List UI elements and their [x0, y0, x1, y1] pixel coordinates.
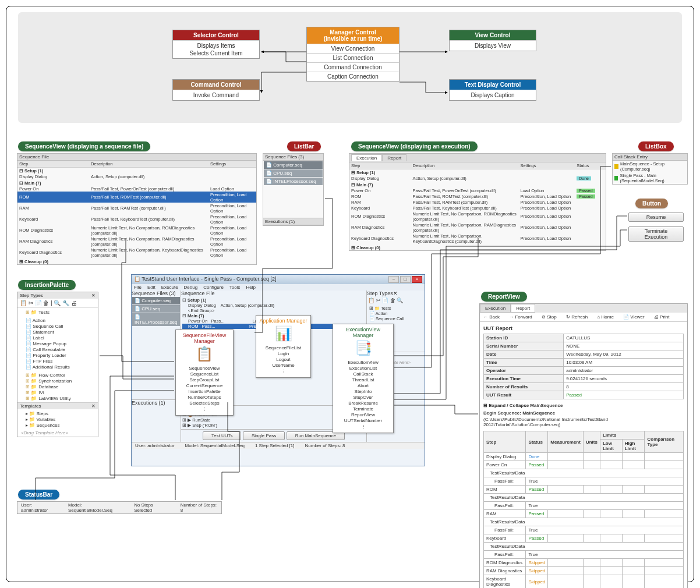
resume-button[interactable]: Resume: [628, 212, 684, 222]
label-insertion: InsertionPalette: [18, 280, 76, 290]
label-button: Button: [635, 199, 668, 208]
seqview-exec-table: Step Description Settings Status ⊟ Setup…: [349, 162, 606, 250]
close-icon[interactable]: ×: [412, 276, 422, 283]
single-pass-button[interactable]: Single Pass: [243, 431, 285, 440]
minimize-icon[interactable]: −: [388, 276, 399, 283]
listbar-item[interactable]: 📄 CPU.seq: [264, 169, 323, 177]
textdisplay-control: Text Display Control Displays Caption: [449, 79, 536, 101]
app-manager: Application Manager 📊 SequenceFileListLo…: [256, 315, 311, 378]
app-menubar[interactable]: FileEditExecuteDebugConfigureToolsHelp: [132, 284, 425, 291]
manager-control: Manager Control(invisible at run time) V…: [306, 27, 400, 82]
label-listbar: ListBar: [287, 141, 321, 151]
listbar-item[interactable]: 📄 INTELProcessor.seq: [264, 178, 323, 185]
manager-title: Manager Control(invisible at run time): [307, 27, 399, 44]
listbox-row[interactable]: MainSequence - Setup (Computer.seq): [613, 161, 687, 172]
refresh-button[interactable]: ↻ Refresh: [566, 314, 588, 320]
label-seqview-file: SequenceView (displaying a sequence file…: [18, 141, 150, 151]
statusbar-panel: User: administratorModel: SequentialMode…: [17, 501, 222, 514]
seqview-file-table: Step Description Settings ⊟ Setup (1) Di…: [17, 161, 256, 264]
seqview-file-panel: Sequence File Step Description Settings …: [17, 153, 257, 265]
test-uuts-button[interactable]: Test UUTs: [203, 431, 241, 440]
ev-manager: ExecutionView Manager 📑 ExecutionViewExe…: [333, 324, 394, 433]
selector-title: Selector Control: [173, 30, 259, 40]
stop-button[interactable]: ⊘ Stop: [542, 314, 557, 320]
label-statusbar: StatusBar: [18, 490, 59, 500]
sfv-manager: SequenceFileView Manager 📋 SequenceViewS…: [175, 330, 234, 416]
label-listbox: ListBox: [638, 141, 674, 151]
terminate-button[interactable]: Terminate Execution: [628, 226, 684, 242]
home-button[interactable]: ⌂ Home: [597, 314, 613, 320]
command-control: Command Control Invoke Command: [172, 79, 260, 101]
print-button[interactable]: 🖨 Print: [654, 314, 670, 320]
listbox-panel[interactable]: Call Stack Entry MainSequence - Setup (C…: [612, 153, 688, 185]
app-titlebar: 📋 TestStand User Interface - Single Pass…: [132, 275, 425, 284]
fwd-button[interactable]: → Forward: [509, 314, 532, 320]
listbar-item[interactable]: 📄 Computer.seq: [264, 161, 323, 169]
reportview-panel: ExecutionReport ← Back → Forward ⊘ Stop …: [479, 303, 688, 588]
insertion-palette[interactable]: Step Types✕ 📋 ✂ 📄 🗑 | 🔍 🔧 🖨 ⊞ 📁 Tests 📄 …: [17, 292, 98, 437]
view-control: View Control Displays View: [449, 30, 536, 51]
label-reportview: ReportView: [481, 292, 527, 302]
listbox-row[interactable]: Single Pass - Main (SequentialModel.Seq): [613, 172, 687, 184]
selector-control: Selector Control Displays ItemsSelects C…: [172, 30, 260, 59]
viewer-button[interactable]: 📄 Viewer: [623, 314, 645, 320]
back-button[interactable]: ← Back: [483, 314, 500, 320]
controls-banner: Selector Control Displays ItemsSelects C…: [18, 12, 682, 123]
seqview-exec-panel: ExecutionReport Step Description Setting…: [349, 153, 606, 251]
label-seqview-exec: SequenceView (displaying an execution): [351, 141, 478, 151]
maximize-icon[interactable]: □: [400, 276, 411, 283]
listbar-panel[interactable]: Sequence Files (3) 📄 Computer.seq📄 CPU.s…: [263, 153, 324, 226]
